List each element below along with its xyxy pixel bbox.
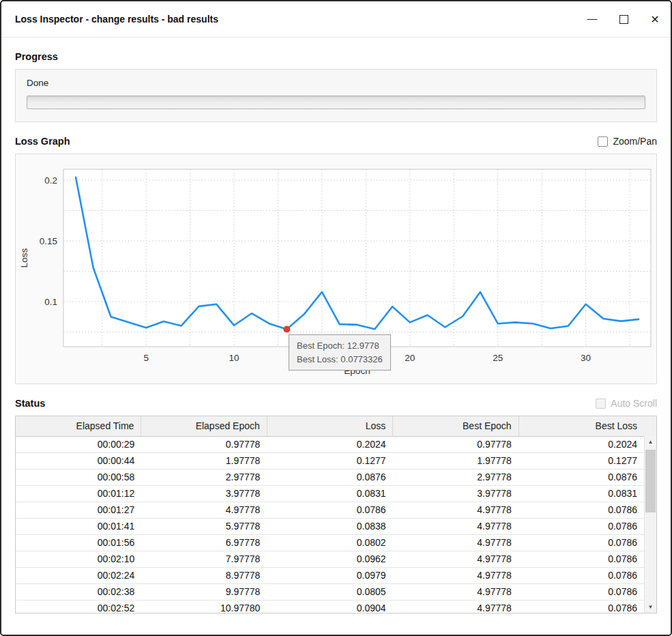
status-table-body: 00:00:290.977780.20240.977780.202400:00:… [16,437,644,613]
column-header[interactable]: Elapsed Epoch [141,416,266,436]
table-cell: 5.97778 [141,519,267,534]
svg-text:Loss: Loss [19,248,29,268]
table-cell: 0.0786 [267,502,392,518]
table-cell: 0.0786 [518,502,644,518]
loss-graph-header-row: Loss Graph Zoom/Pan [15,136,657,147]
progress-bar [27,96,645,109]
table-cell: 0.97778 [141,437,267,452]
svg-text:0.2: 0.2 [44,175,57,186]
table-row[interactable]: 00:02:107.977780.09624.977780.0786 [16,551,644,568]
table-cell: 0.0786 [518,551,644,567]
maximize-button[interactable] [608,1,639,37]
status-table: Elapsed TimeElapsed EpochLossBest EpochB… [15,416,657,613]
table-cell: 00:00:29 [16,437,141,452]
checkbox-icon [598,136,608,147]
close-button[interactable]: ✕ [639,1,671,37]
table-cell: 0.97778 [393,437,518,452]
minimize-button[interactable]: — [576,1,608,37]
table-cell: 4.97778 [141,502,267,518]
table-cell: 6.97778 [141,535,267,551]
table-cell: 4.97778 [393,601,518,613]
svg-text:25: 25 [493,353,503,363]
column-header[interactable]: Elapsed Time [16,416,141,436]
table-cell: 00:01:27 [16,502,141,518]
progress-heading: Progress [15,51,657,62]
loss-graph-heading: Loss Graph [15,136,70,147]
table-cell: 2.97778 [141,469,267,485]
scroll-up-icon: ▲ [648,439,654,445]
table-cell: 10.97780 [141,601,267,613]
chart-tooltip: Best Epoch: 12.9778 Best Loss: 0.0773326 [289,334,391,371]
table-row[interactable]: 00:02:389.977780.08054.977780.0786 [16,584,644,601]
table-scrollbar[interactable]: ▲ ▼ [644,436,656,613]
window: Loss Inspector - change results - bad re… [0,0,672,636]
table-cell: 3.97778 [393,486,518,502]
loss-graph-groupbox: 0.10.150.251015202530EpochLoss Best Epoc… [15,154,657,384]
auto-scroll-label: Auto Scroll [611,398,657,409]
table-cell: 2.97778 [393,469,518,485]
svg-text:30: 30 [581,353,591,363]
table-cell: 00:01:56 [16,535,141,551]
checkbox-icon [596,399,606,409]
table-cell: 1.97778 [141,453,267,469]
maximize-icon [619,15,628,24]
table-cell: 4.97778 [393,568,518,583]
table-cell: 0.0786 [518,519,644,534]
scroll-thumb[interactable] [645,450,656,512]
table-cell: 4.97778 [393,551,518,567]
svg-text:0.1: 0.1 [44,297,57,307]
table-row[interactable]: 00:00:582.977780.08762.977780.0876 [16,469,644,486]
scroll-down-button[interactable]: ▼ [645,601,656,613]
window-controls: — ✕ [576,1,671,37]
table-cell: 0.2024 [267,437,392,452]
table-row[interactable]: 00:01:566.977780.08024.977780.0786 [16,535,644,551]
table-cell: 00:00:44 [16,453,141,469]
table-cell: 0.1277 [518,453,644,469]
table-cell: 0.1277 [267,453,392,469]
table-cell: 00:01:41 [16,519,141,534]
tooltip-best-loss: Best Loss: 0.0773326 [297,353,383,366]
table-cell: 00:00:58 [16,469,141,485]
table-cell: 00:02:10 [16,551,141,567]
table-cell: 0.0786 [518,601,644,613]
table-cell: 0.0962 [267,551,392,567]
table-row[interactable]: 00:01:123.977780.08313.977780.0831 [16,486,644,502]
column-header[interactable]: Best Epoch [392,416,518,436]
table-row[interactable]: 00:01:274.977780.07864.977780.0786 [16,502,644,519]
table-row[interactable]: 00:02:248.977780.09794.977780.0786 [16,568,644,584]
table-cell: 0.0786 [518,535,644,551]
svg-text:5: 5 [143,353,149,363]
table-cell: 0.0805 [267,584,392,600]
table-cell: 0.2024 [518,437,644,452]
table-cell: 00:02:52 [16,601,141,613]
table-row[interactable]: 00:01:415.977780.08384.977780.0786 [16,519,644,535]
table-cell: 7.97778 [141,551,267,567]
status-heading: Status [15,398,45,409]
svg-text:10: 10 [229,353,239,363]
svg-text:20: 20 [405,353,415,363]
table-cell: 4.97778 [393,519,518,534]
column-header[interactable]: Best Loss [518,416,644,436]
table-cell: 9.97778 [141,584,267,600]
table-cell: 1.97778 [393,453,518,469]
scroll-up-button[interactable]: ▲ [645,436,656,448]
zoom-pan-checkbox[interactable]: Zoom/Pan [598,136,657,147]
table-cell: 0.0786 [518,584,644,600]
table-cell: 0.0876 [518,469,644,485]
auto-scroll-checkbox: Auto Scroll [596,398,657,409]
title-bar: Loss Inspector - change results - bad re… [1,1,671,38]
table-cell: 4.97778 [393,535,518,551]
table-cell: 00:02:38 [16,584,141,600]
status-table-header: Elapsed TimeElapsed EpochLossBest EpochB… [16,416,656,437]
table-cell: 3.97778 [141,486,267,502]
column-header[interactable]: Loss [267,416,392,436]
table-cell: 0.0838 [267,519,392,534]
table-cell: 0.0876 [267,469,392,485]
tooltip-best-epoch: Best Epoch: 12.9778 [297,339,383,353]
table-row[interactable]: 00:00:290.977780.20240.977780.2024 [16,437,644,453]
table-row[interactable]: 00:00:441.977780.12771.977780.1277 [16,453,644,469]
table-cell: 4.97778 [393,584,518,600]
table-row[interactable]: 00:02:5210.977800.09044.977780.0786 [16,601,644,613]
table-cell: 0.0831 [267,486,392,502]
table-cell: 4.97778 [393,502,518,518]
